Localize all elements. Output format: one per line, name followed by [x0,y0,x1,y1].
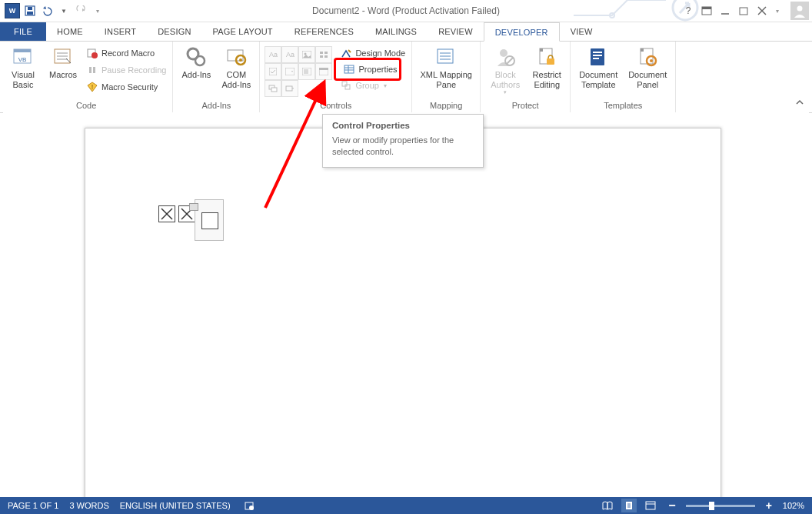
svg-rect-34 [324,55,328,58]
group-mapping: XML Mapping Pane Mapping [412,42,481,112]
pause-recording-button: Pause Recording [85,62,168,78]
redo-icon[interactable] [74,4,88,18]
record-macro-button[interactable]: Record Macro [85,45,168,62]
account-dropdown-icon[interactable]: ▾ [774,4,781,18]
undo-dropdown-icon[interactable]: ▼ [57,4,71,18]
language-status[interactable]: ENGLISH (UNITED STATES) [120,501,231,510]
close-icon[interactable] [755,4,769,18]
svg-rect-63 [593,55,602,56]
checkbox-control-1[interactable] [158,205,175,222]
undo-icon[interactable] [40,4,54,18]
minimize-icon[interactable] [718,4,732,18]
addins-button[interactable]: Add-Ins [178,43,215,80]
quick-access-toolbar: W ▼ ▾ [0,3,105,18]
design-mode-button[interactable]: Design Mode [338,45,407,62]
account-avatar[interactable] [790,2,809,20]
svg-rect-42 [319,68,328,70]
document-area [3,112,809,497]
group-icon [340,79,352,92]
tab-developer[interactable]: DEVELOPER [484,22,560,42]
svg-rect-36 [285,68,295,75]
document-panel-icon [637,46,658,68]
checkbox-control-button[interactable] [265,63,281,80]
svg-point-56 [500,49,508,57]
combobox-control-button[interactable] [281,63,298,80]
web-layout-icon[interactable] [643,499,658,512]
control-properties-tooltip: Control Properties View or modify proper… [322,114,484,168]
group-controls: Aa Aa Design Mode Properties Group▾ Cont… [260,42,412,112]
svg-rect-62 [593,52,602,53]
svg-rect-31 [320,52,323,54]
svg-point-74 [249,506,254,510]
svg-rect-6 [702,7,711,9]
help-icon[interactable]: ? [681,4,695,18]
selected-checkbox-control[interactable] [195,199,224,241]
tab-page-layout[interactable]: PAGE LAYOUT [202,22,284,41]
svg-rect-22 [93,67,95,73]
svg-rect-50 [342,82,347,86]
svg-point-11 [797,6,803,12]
building-block-control-button[interactable] [315,46,332,63]
com-addins-button[interactable]: COM Add-Ins [218,43,255,89]
title-bar: W ▼ ▾ Document2 - Word (Product Activati… [0,0,812,22]
svg-point-3 [610,13,614,18]
document-page[interactable] [85,128,721,497]
tab-design[interactable]: DESIGN [147,22,201,41]
legacy-tools-button[interactable] [281,80,298,97]
date-picker-control-button[interactable] [315,63,332,80]
tab-file[interactable]: FILE [0,22,46,41]
document-template-icon [587,46,609,68]
zoom-level[interactable]: 102% [783,501,804,510]
tab-insert[interactable]: INSERT [94,22,147,41]
word-count-status[interactable]: 3 WORDS [69,501,108,510]
tab-view[interactable]: VIEW [560,22,604,41]
svg-point-20 [92,52,98,58]
svg-rect-46 [344,65,354,73]
properties-button[interactable]: Properties [338,62,407,77]
save-icon[interactable] [23,4,37,18]
tab-references[interactable]: REFERENCES [284,22,364,41]
zoom-in-icon[interactable]: + [761,499,777,512]
zoom-slider[interactable] [686,505,755,507]
document-panel-button[interactable]: Document Panel [624,43,671,89]
page-number-status[interactable]: PAGE 1 OF 1 [8,501,58,510]
xml-mapping-button[interactable]: XML Mapping Pane [417,43,475,89]
picture-control-button[interactable] [298,46,315,63]
macros-button[interactable]: Macros [45,43,82,80]
restrict-editing-button[interactable]: Restrict Editing [528,43,565,89]
group-protect: Block Authors▾ Restrict Editing Protect [481,42,571,112]
svg-rect-44 [271,88,277,92]
maximize-icon[interactable] [737,4,750,18]
svg-text:VB: VB [18,56,27,63]
svg-line-58 [507,58,513,64]
svg-rect-1 [27,12,33,15]
macro-security-icon: ! [86,81,98,93]
com-addins-icon [225,46,247,68]
zoom-out-icon[interactable]: − [664,499,680,512]
visual-basic-icon: VB [12,46,34,68]
collapse-ribbon-icon[interactable] [795,98,804,109]
macro-security-button[interactable]: !Macro Security [85,78,168,95]
macro-recording-status-icon[interactable] [241,499,257,512]
tab-mailings[interactable]: MAILINGS [364,22,428,41]
properties-icon [343,63,355,75]
print-layout-icon[interactable] [621,499,637,512]
repeating-section-control-button[interactable] [265,80,281,97]
rich-text-control-button[interactable]: Aa [265,46,281,63]
plain-text-control-button[interactable]: Aa [281,46,298,63]
dropdown-control-button[interactable] [298,63,315,80]
tab-review[interactable]: REVIEW [428,22,484,41]
qat-customize-icon[interactable]: ▾ [91,4,105,18]
status-bar: PAGE 1 OF 1 3 WORDS ENGLISH (UNITED STAT… [0,497,812,514]
read-mode-icon[interactable] [600,499,615,512]
macros-icon [52,46,74,68]
checkbox-control-3[interactable] [201,212,218,229]
visual-basic-button[interactable]: VB Visual Basic [5,43,42,89]
document-template-button[interactable]: Document Template [575,43,621,89]
word-app-icon[interactable]: W [5,3,20,18]
tab-home[interactable]: HOME [46,22,94,41]
control-handle-icon[interactable] [189,203,198,211]
ribbon-display-icon[interactable] [700,4,714,18]
tooltip-body: View or modify properties for the select… [332,135,474,158]
svg-point-25 [195,56,205,65]
